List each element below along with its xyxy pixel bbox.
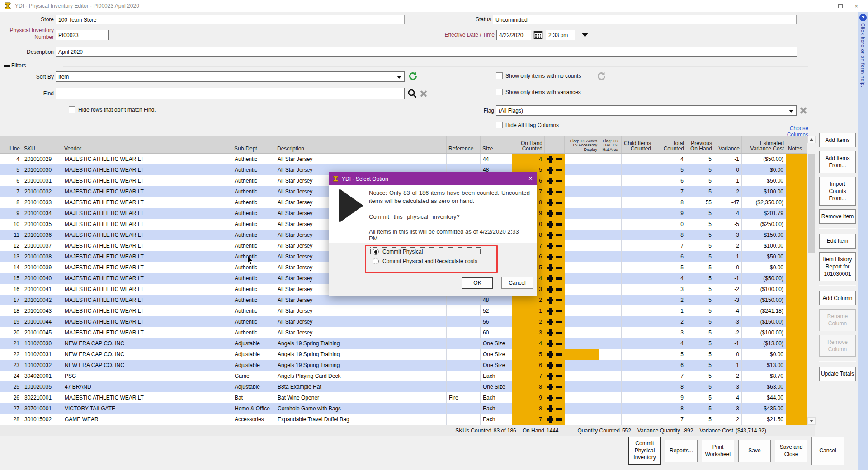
- decrement-icon[interactable]: [556, 310, 562, 312]
- radio-icon[interactable]: [373, 258, 379, 264]
- cell-on-hand-counted[interactable]: 8: [512, 403, 545, 414]
- table-row[interactable]: 23 101020032 NEW ERA CAP CO. INC Adjusta…: [0, 360, 807, 371]
- radio-icon[interactable]: [373, 249, 379, 255]
- help-icon[interactable]: ?: [859, 14, 867, 21]
- decrement-icon[interactable]: [556, 288, 562, 291]
- increment-icon[interactable]: [547, 297, 553, 304]
- table-row[interactable]: 22 101020031 NEW ERA CAP CO. INC Adjusta…: [0, 349, 807, 360]
- store-field[interactable]: 100 Team Store: [56, 15, 405, 24]
- cell-notes[interactable]: [786, 208, 807, 219]
- col-header-sku[interactable]: SKU: [22, 136, 62, 153]
- cell-on-hand-counted[interactable]: 8: [512, 381, 545, 392]
- cell-notes[interactable]: [786, 273, 807, 284]
- cell-on-hand-counted[interactable]: 3: [512, 327, 545, 338]
- col-header-size[interactable]: Size: [481, 136, 512, 153]
- action-button[interactable]: Save: [738, 440, 771, 462]
- decrement-icon[interactable]: [556, 397, 562, 399]
- close-icon[interactable]: ×: [854, 0, 858, 12]
- decrement-icon[interactable]: [556, 321, 562, 323]
- cell-notes[interactable]: [786, 392, 807, 403]
- col-header-description[interactable]: Description: [275, 136, 447, 153]
- increment-icon[interactable]: [547, 221, 553, 228]
- decrement-icon[interactable]: [556, 332, 562, 334]
- col-header-variance[interactable]: Variance: [714, 136, 742, 153]
- decrement-icon[interactable]: [556, 158, 562, 160]
- cell-notes[interactable]: [786, 230, 807, 240]
- cell-notes[interactable]: [786, 240, 807, 251]
- col-header-flag-ts-accessory[interactable]: Flag: TS Acces TS Accessory Display: [565, 136, 599, 153]
- increment-icon[interactable]: [547, 308, 553, 315]
- dialog-option-row[interactable]: Commit Physical: [371, 248, 480, 256]
- cell-notes[interactable]: [786, 316, 807, 327]
- calendar-icon[interactable]: [533, 30, 543, 40]
- cell-notes[interactable]: [786, 186, 807, 197]
- sort-by-dropdown[interactable]: Item: [56, 71, 405, 82]
- cell-notes[interactable]: [786, 381, 807, 392]
- increment-icon[interactable]: [547, 178, 553, 184]
- side-panel-button[interactable]: Remove Item: [819, 209, 856, 224]
- table-row[interactable]: 4 201010029 MAJESTIC ATHLETIC WEAR LT Au…: [0, 154, 807, 164]
- decrement-icon[interactable]: [556, 277, 562, 280]
- increment-icon[interactable]: [547, 167, 553, 174]
- action-button[interactable]: Save and Close: [775, 440, 807, 462]
- refresh-icon[interactable]: [408, 71, 418, 81]
- decrement-icon[interactable]: [556, 169, 562, 171]
- decrement-icon[interactable]: [556, 353, 562, 356]
- cell-notes[interactable]: [786, 175, 807, 186]
- find-input[interactable]: [56, 88, 405, 99]
- col-header-line[interactable]: Line: [0, 136, 22, 153]
- table-row[interactable]: 19 201010044 MAJESTIC ATHLETIC WEAR LT A…: [0, 316, 807, 327]
- increment-icon[interactable]: [547, 384, 553, 390]
- decrement-icon[interactable]: [556, 223, 562, 226]
- decrement-icon[interactable]: [556, 245, 562, 247]
- increment-icon[interactable]: [547, 254, 553, 260]
- table-row[interactable]: 26 302210001 MAJESTIC ATHLETIC WEAR LT B…: [0, 392, 807, 403]
- increment-icon[interactable]: [547, 351, 553, 358]
- physical-inventory-number-field[interactable]: PI00023: [56, 30, 109, 40]
- decrement-icon[interactable]: [556, 212, 562, 215]
- col-header-vendor[interactable]: Vendor: [62, 136, 232, 153]
- increment-icon[interactable]: [547, 232, 553, 239]
- decrement-icon[interactable]: [556, 364, 562, 367]
- decrement-icon[interactable]: [556, 202, 562, 204]
- decrement-icon[interactable]: [556, 234, 562, 236]
- table-row[interactable]: 25 101020035 47 BRAND Adjustable B8ta Ex…: [0, 381, 807, 392]
- decrement-icon[interactable]: [556, 408, 562, 410]
- scroll-up-icon[interactable]: [807, 136, 816, 143]
- col-header-est-variance-cost[interactable]: Estimated Variance Cost: [742, 136, 786, 153]
- decrement-icon[interactable]: [556, 180, 562, 182]
- side-panel-button[interactable]: Add Items: [819, 133, 856, 147]
- cell-on-hand-counted[interactable]: 9: [512, 392, 545, 403]
- collapse-icon[interactable]: [4, 65, 10, 67]
- decrement-icon[interactable]: [556, 375, 562, 377]
- refresh-disabled-icon[interactable]: [597, 71, 606, 81]
- table-row[interactable]: 17 201010042 MAJESTIC ATHLETIC WEAR LT A…: [0, 295, 807, 306]
- cell-on-hand-counted[interactable]: 7: [512, 414, 545, 425]
- increment-icon[interactable]: [547, 188, 553, 195]
- filters-section-header[interactable]: Filters: [4, 62, 26, 69]
- table-row[interactable]: 28 301015002 GAME WEAR Accessories Expan…: [0, 414, 807, 425]
- side-panel-button[interactable]: Edit Item: [819, 234, 856, 248]
- cell-on-hand-counted[interactable]: 4: [512, 154, 545, 164]
- action-button[interactable]: Commit Physical Inventory: [628, 437, 661, 465]
- scrollbar-thumb[interactable]: [808, 154, 815, 253]
- cell-notes[interactable]: [786, 403, 807, 414]
- chevron-down-icon[interactable]: [789, 110, 793, 113]
- cell-notes[interactable]: [786, 284, 807, 295]
- cell-notes[interactable]: [786, 327, 807, 338]
- cell-notes[interactable]: [786, 262, 807, 273]
- col-header-previous-on-hand[interactable]: Previous On Hand: [686, 136, 714, 153]
- increment-icon[interactable]: [547, 286, 553, 293]
- cell-notes[interactable]: [786, 295, 807, 306]
- increment-icon[interactable]: [547, 156, 553, 163]
- clear-flag-icon[interactable]: [800, 107, 806, 113]
- action-button[interactable]: Print Worksheet: [702, 440, 734, 462]
- decrement-icon[interactable]: [556, 299, 562, 301]
- show-variances-checkbox[interactable]: [496, 89, 503, 95]
- show-no-counts-checkbox[interactable]: [496, 72, 503, 79]
- side-panel-button[interactable]: Item History Report for 101030001: [819, 252, 856, 282]
- description-field[interactable]: April 2020: [56, 47, 797, 57]
- side-panel-button[interactable]: Import Counts From...: [819, 177, 856, 206]
- cell-on-hand-counted[interactable]: 6: [512, 360, 545, 371]
- search-icon[interactable]: [407, 89, 417, 99]
